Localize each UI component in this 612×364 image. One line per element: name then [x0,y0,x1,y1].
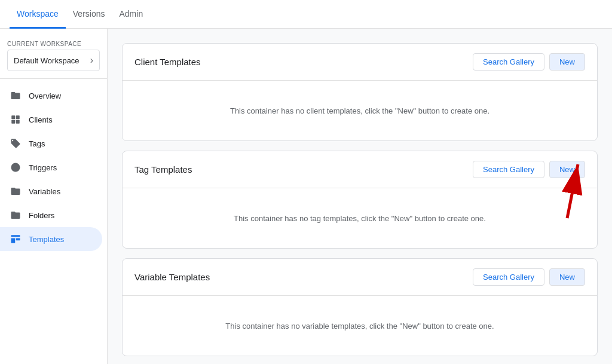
client-new-button[interactable]: New [549,53,585,71]
tab-versions[interactable]: Versions [66,1,112,29]
workspace-selector[interactable]: Default Workspace › [7,50,100,71]
sidebar-item-variables[interactable]: Variables [0,179,102,203]
sidebar-divider [0,78,107,79]
client-search-gallery-button[interactable]: Search Gallery [473,53,544,71]
workspace-name: Default Workspace [14,56,79,65]
variable-templates-body: This container has no variable templates… [123,296,597,356]
triggers-icon [10,161,22,173]
svg-rect-6 [11,238,16,243]
clients-icon [10,114,22,126]
svg-rect-7 [16,238,20,241]
main-content: Client Templates Search Gallery New This… [108,29,612,364]
tab-admin[interactable]: Admin [112,1,150,29]
sidebar-item-tags[interactable]: Tags [0,131,102,155]
tag-templates-empty-message: This container has no tag templates, cli… [234,214,486,223]
sidebar-item-templates[interactable]: Templates [0,227,102,251]
workspace-section: CURRENT WORKSPACE Default Workspace › [0,36,107,74]
tab-workspace[interactable]: Workspace [10,1,66,29]
svg-rect-1 [16,115,20,119]
variable-templates-empty-message: This container has no variable templates… [225,322,494,331]
folders-icon [10,209,22,221]
sidebar-item-label: Folders [29,211,54,220]
svg-rect-5 [11,235,20,237]
variable-templates-title: Variable Templates [134,272,210,282]
variable-templates-section: Variable Templates Search Gallery New Th… [122,258,598,356]
sidebar-item-label: Triggers [29,163,57,172]
svg-rect-3 [16,120,20,124]
sidebar-item-label: Tags [29,139,45,148]
client-templates-title: Client Templates [134,57,201,67]
sidebar-item-label: Variables [29,187,60,196]
variable-templates-actions: Search Gallery New [473,268,585,286]
tag-templates-title: Tag Templates [134,164,192,175]
variable-templates-header: Variable Templates Search Gallery New [123,259,597,296]
svg-rect-2 [11,120,15,124]
tag-new-button[interactable]: New [549,161,585,178]
chevron-right-icon: › [90,55,93,66]
svg-point-4 [11,163,20,172]
svg-rect-0 [11,115,15,119]
client-templates-empty-message: This container has no client templates, … [230,106,489,115]
sidebar-item-label: Templates [29,235,64,244]
tag-templates-header: Tag Templates Search Gallery New [123,151,597,188]
tag-templates-actions: Search Gallery New [473,161,585,178]
sidebar-item-folders[interactable]: Folders [0,203,102,227]
sidebar-item-label: Clients [29,115,53,124]
layout: CURRENT WORKSPACE Default Workspace › Ov… [0,29,612,364]
client-templates-header: Client Templates Search Gallery New [123,44,597,81]
variable-new-button[interactable]: New [549,268,585,286]
client-templates-actions: Search Gallery New [473,53,585,71]
tag-search-gallery-button[interactable]: Search Gallery [473,161,544,178]
overview-icon [10,90,22,102]
tags-icon [10,137,22,149]
tag-templates-body: This container has no tag templates, cli… [123,188,597,248]
variables-icon [10,185,22,197]
sidebar: CURRENT WORKSPACE Default Workspace › Ov… [0,29,108,364]
tag-templates-section: Tag Templates Search Gallery New This co… [122,151,598,249]
templates-icon [10,233,22,245]
sidebar-item-clients[interactable]: Clients [0,108,102,131]
sidebar-item-overview[interactable]: Overview [0,84,102,108]
sidebar-item-label: Overview [29,91,61,100]
sidebar-item-triggers[interactable]: Triggers [0,155,102,179]
top-nav: Workspace Versions Admin [0,0,612,29]
client-templates-body: This container has no client templates, … [123,81,597,140]
current-workspace-label: CURRENT WORKSPACE [7,41,100,47]
client-templates-section: Client Templates Search Gallery New This… [122,43,598,141]
variable-search-gallery-button[interactable]: Search Gallery [473,268,544,286]
